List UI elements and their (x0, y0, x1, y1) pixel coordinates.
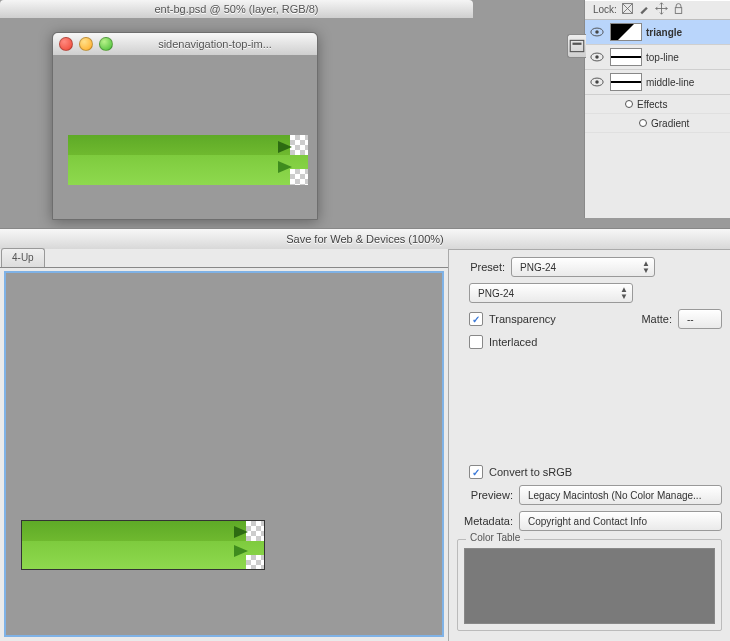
minimize-button[interactable] (79, 37, 93, 51)
color-table-grid[interactable] (464, 548, 715, 624)
panel-dock-icon[interactable] (567, 34, 586, 58)
preset-select[interactable]: PNG-24 ▲▼ (511, 257, 655, 277)
close-button[interactable] (59, 37, 73, 51)
lock-label: Lock: (593, 4, 617, 15)
tab-4up[interactable]: 4-Up (1, 248, 45, 267)
svg-point-7 (595, 55, 599, 59)
window-title: sidenavigation-top-im... (123, 38, 307, 50)
metadata-label: Metadata: (457, 515, 513, 527)
preview-pane: 4-Up (0, 249, 449, 641)
matte-value: -- (687, 314, 694, 325)
document-window: sidenavigation-top-im... (52, 32, 318, 220)
layer-thumbnail (610, 48, 642, 66)
select-arrows-icon: ▲▼ (620, 286, 628, 300)
window-titlebar[interactable]: sidenavigation-top-im... (53, 33, 317, 56)
triangle-icon (278, 141, 292, 153)
layer-effect-gradient-row[interactable]: Gradient (585, 114, 730, 133)
dialog-title: Save for Web & Devices (100%) (0, 229, 730, 250)
interlaced-label: Interlaced (489, 336, 537, 348)
lock-pixels-icon[interactable] (621, 2, 634, 17)
preview-tabstrip: 4-Up (0, 249, 448, 268)
preset-value: PNG-24 (520, 262, 556, 273)
format-value: PNG-24 (478, 288, 514, 299)
svg-rect-3 (675, 8, 682, 14)
save-for-web-dialog: Save for Web & Devices (100%) 4-Up Prese… (0, 228, 730, 641)
matte-label: Matte: (641, 313, 672, 325)
effect-toggle-icon[interactable] (625, 100, 633, 108)
convert-srgb-checkbox[interactable] (469, 465, 483, 479)
triangle-icon (278, 161, 292, 173)
visibility-toggle-icon[interactable] (588, 27, 606, 37)
layers-lock-row: Lock: (585, 0, 730, 20)
layer-name: middle-line (646, 77, 694, 88)
svg-rect-1 (573, 43, 582, 45)
effect-toggle-icon[interactable] (639, 119, 647, 127)
metadata-value: Copyright and Contact Info (528, 516, 647, 527)
svg-marker-11 (278, 161, 292, 173)
layer-name: triangle (646, 27, 682, 38)
lock-all-icon[interactable] (672, 2, 685, 17)
nav-graphic (68, 135, 308, 185)
layer-effects-row[interactable]: Effects (585, 95, 730, 114)
preview-label: Preview: (457, 489, 513, 501)
layer-row-top-line[interactable]: top-line (585, 45, 730, 70)
visibility-toggle-icon[interactable] (588, 77, 606, 87)
zoom-button[interactable] (99, 37, 113, 51)
color-table-label: Color Table (466, 532, 524, 543)
svg-point-5 (595, 30, 599, 34)
gradient-label: Gradient (651, 118, 689, 129)
svg-marker-12 (234, 526, 248, 538)
svg-point-9 (595, 80, 599, 84)
effects-label: Effects (637, 99, 667, 110)
preview-value: Legacy Macintosh (No Color Manage... (528, 490, 701, 501)
bg-window-title: ent-bg.psd @ 50% (layer, RGB/8) (154, 3, 318, 15)
select-arrows-icon: ▲▼ (642, 260, 650, 274)
convert-srgb-label: Convert to sRGB (489, 466, 572, 478)
layers-panel: Lock: triangle top-line middle-line Effe… (584, 0, 730, 218)
document-canvas[interactable] (53, 55, 317, 219)
lock-move-icon[interactable] (655, 2, 668, 17)
matte-select[interactable]: -- (678, 309, 722, 329)
interlaced-checkbox[interactable] (469, 335, 483, 349)
layer-row-middle-line[interactable]: middle-line (585, 70, 730, 95)
preset-label: Preset: (457, 261, 505, 273)
svg-marker-10 (278, 141, 292, 153)
bg-window-titlebar[interactable]: ent-bg.psd @ 50% (layer, RGB/8) (0, 0, 473, 19)
transparency-label: Transparency (489, 313, 556, 325)
transparency-checkbox[interactable] (469, 312, 483, 326)
format-select[interactable]: PNG-24 ▲▼ (469, 283, 633, 303)
triangle-icon (234, 545, 248, 557)
triangle-icon (234, 526, 248, 538)
preview-select[interactable]: Legacy Macintosh (No Color Manage... (519, 485, 722, 505)
layer-thumbnail (610, 73, 642, 91)
visibility-toggle-icon[interactable] (588, 52, 606, 62)
svg-rect-0 (570, 40, 584, 51)
layer-row-triangle[interactable]: triangle (585, 20, 730, 45)
lock-brush-icon[interactable] (638, 2, 651, 17)
preview-graphic (21, 520, 265, 570)
svg-marker-13 (234, 545, 248, 557)
color-table-group: Color Table (457, 539, 722, 631)
preview-canvas[interactable] (4, 271, 444, 637)
settings-pane: Preset: PNG-24 ▲▼ PNG-24 ▲▼ Transparency… (449, 249, 730, 641)
layer-name: top-line (646, 52, 679, 63)
metadata-select[interactable]: Copyright and Contact Info (519, 511, 722, 531)
layer-thumbnail (610, 23, 642, 41)
